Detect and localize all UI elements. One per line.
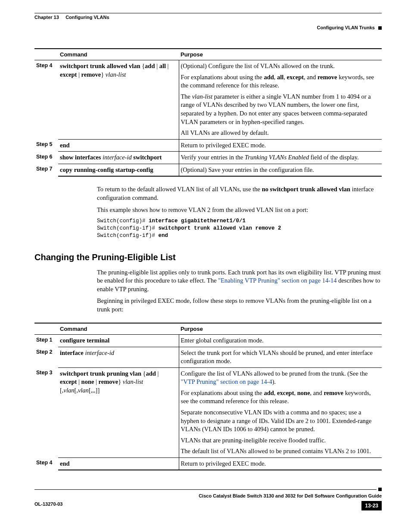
purpose-cell: Return to privileged EXEC mode. bbox=[179, 457, 382, 470]
step-label: Step 2 bbox=[34, 347, 58, 367]
chapter-title: Configuring VLANs bbox=[65, 15, 109, 20]
footer-marker-icon bbox=[378, 488, 382, 491]
command-cell: switchport trunk allowed vlan {add | all… bbox=[58, 60, 179, 140]
command-cell: end bbox=[58, 139, 179, 152]
purpose-cell: Configure the list of VLANs allowed to b… bbox=[179, 367, 382, 457]
command-cell: end bbox=[58, 457, 179, 470]
cli-example: Switch(config)# interface gigabitetherne… bbox=[97, 218, 382, 240]
col-purpose-header: Purpose bbox=[179, 49, 382, 60]
purpose-cell: (Optional) Save your entries in the conf… bbox=[179, 164, 382, 176]
document-id: OL-13270-03 bbox=[34, 501, 62, 507]
purpose-cell: Select the trunk port for which VLANs sh… bbox=[179, 347, 382, 367]
col-command-header: Command bbox=[58, 323, 179, 335]
step-label: Step 6 bbox=[34, 152, 58, 164]
table-row: Step 7 copy running-config startup-confi… bbox=[34, 164, 382, 176]
body-text: The pruning-eligible list applies only t… bbox=[97, 268, 382, 314]
col-command-header: Command bbox=[58, 49, 179, 60]
chapter-number: Chapter 13 bbox=[34, 15, 59, 20]
command-cell: switchport trunk pruning vlan {add | exc… bbox=[58, 367, 179, 457]
command-cell: copy running-config startup-config bbox=[58, 164, 179, 176]
col-purpose-header: Purpose bbox=[179, 323, 382, 335]
allowed-vlan-steps-table: Command Purpose Step 4 switchport trunk … bbox=[34, 48, 382, 177]
table-row: Step 2 interface interface-id Select the… bbox=[34, 347, 382, 367]
table-row: Step 4 end Return to privileged EXEC mod… bbox=[34, 457, 382, 470]
table-row: Step 6 show interfaces interface-id swit… bbox=[34, 152, 382, 164]
section-title: Configuring VLAN Trunks bbox=[317, 25, 374, 30]
step-label: Step 3 bbox=[34, 367, 58, 457]
table-row: Step 1 configure terminal Enter global c… bbox=[34, 335, 382, 347]
command-cell: configure terminal bbox=[58, 335, 179, 347]
table-row: Step 3 switchport trunk pruning vlan {ad… bbox=[34, 367, 382, 457]
body-text: To return to the default allowed VLAN li… bbox=[97, 185, 382, 239]
page-footer: Cisco Catalyst Blade Switch 3130 and 303… bbox=[34, 488, 382, 510]
book-title: Cisco Catalyst Blade Switch 3130 and 303… bbox=[34, 493, 382, 499]
link-enabling-vtp-pruning[interactable]: "Enabling VTP Pruning" section on page 1… bbox=[218, 277, 336, 284]
command-cell: interface interface-id bbox=[58, 347, 179, 367]
section-heading-pruning: Changing the Pruning-Eligible List bbox=[34, 252, 382, 263]
purpose-cell: Verify your entries in the Trunking VLAN… bbox=[179, 152, 382, 164]
page-number: 13-23 bbox=[361, 501, 382, 510]
page-header: Chapter 13 Configuring VLANs Configuring… bbox=[34, 13, 382, 31]
header-marker-icon bbox=[378, 26, 382, 30]
table-row: Step 5 end Return to privileged EXEC mod… bbox=[34, 139, 382, 152]
step-label: Step 5 bbox=[34, 139, 58, 152]
step-label: Step 4 bbox=[34, 60, 58, 140]
purpose-cell: Return to privileged EXEC mode. bbox=[179, 139, 382, 152]
purpose-cell: (Optional) Configure the list of VLANs a… bbox=[179, 60, 382, 140]
step-label: Step 1 bbox=[34, 335, 58, 347]
purpose-cell: Enter global configuration mode. bbox=[179, 335, 382, 347]
link-vtp-pruning[interactable]: "VTP Pruning" section on page 14-4 bbox=[181, 378, 272, 385]
pruning-steps-table: Command Purpose Step 1 configure termina… bbox=[34, 323, 382, 471]
command-cell: show interfaces interface-id switchport bbox=[58, 152, 179, 164]
table-row: Step 4 switchport trunk allowed vlan {ad… bbox=[34, 60, 382, 140]
step-label: Step 7 bbox=[34, 164, 58, 176]
step-label: Step 4 bbox=[34, 457, 58, 470]
